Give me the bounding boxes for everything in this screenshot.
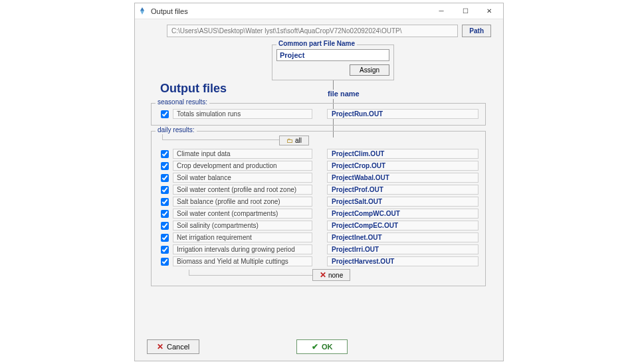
check-icon: ✔ — [312, 342, 318, 351]
path-button[interactable]: Path — [462, 25, 491, 37]
daily-row: Net irrigation requirementProjectInet.OU… — [157, 232, 480, 243]
close-button[interactable]: ✕ — [478, 4, 500, 19]
daily-checkbox[interactable] — [161, 210, 169, 218]
select-none-button[interactable]: ✕ none — [312, 269, 350, 281]
daily-checkbox[interactable] — [161, 258, 169, 266]
assign-button[interactable]: Assign — [350, 64, 389, 76]
cancel-button[interactable]: ✕ Cancel — [147, 339, 199, 354]
daily-row: Soil salinity (compartments)ProjectCompE… — [157, 220, 480, 231]
daily-label: Net irrigation requirement — [173, 232, 312, 242]
daily-row: Biomass and Yield at Multiple cuttingsPr… — [157, 256, 480, 267]
select-all-button[interactable]: 🗀 all — [279, 136, 309, 145]
daily-label: Crop development and production — [173, 161, 312, 171]
daily-row: Soil water content (profile and root zon… — [157, 184, 480, 195]
common-part-legend: Common part File Name — [276, 40, 357, 47]
ok-button[interactable]: ✔ OK — [296, 339, 348, 354]
daily-label: Salt balance (profile and root zone) — [173, 197, 312, 207]
seasonal-checkbox[interactable] — [161, 110, 169, 118]
daily-file: ProjectWabal.OUT — [327, 173, 478, 183]
seasonal-legend: seasonal results: — [156, 98, 209, 106]
x-icon: ✕ — [320, 270, 326, 280]
x-icon: ✕ — [157, 342, 163, 351]
daily-checkbox[interactable] — [161, 174, 169, 182]
page-heading: Output files — [160, 82, 227, 96]
window-title: Output files — [151, 7, 430, 15]
daily-checkbox[interactable] — [161, 150, 169, 158]
daily-row: Salt balance (profile and root zone)Proj… — [157, 196, 480, 207]
daily-file: ProjectInet.OUT — [327, 232, 478, 242]
common-part-input[interactable] — [276, 49, 389, 61]
daily-label: Soil salinity (compartments) — [173, 221, 312, 230]
app-icon — [138, 7, 147, 16]
daily-file: ProjectProf.OUT — [327, 185, 478, 195]
daily-label: Soil water balance — [173, 173, 312, 183]
minimize-button[interactable]: ─ — [430, 4, 453, 19]
daily-row: Soil water balanceProjectWabal.OUT — [157, 172, 480, 183]
daily-file: ProjectCrop.OUT — [327, 161, 478, 171]
folder-icon: 🗀 — [286, 137, 293, 144]
titlebar: Output files ─ ☐ ✕ — [135, 3, 503, 19]
common-part-group: Common part File Name Assign — [272, 45, 394, 80]
daily-file: ProjectIrri.OUT — [327, 244, 478, 254]
daily-row: Crop development and productionProjectCr… — [157, 160, 480, 171]
daily-file: ProjectCompWC.OUT — [327, 209, 478, 219]
daily-file: ProjectHarvest.OUT — [327, 256, 478, 266]
daily-checkbox[interactable] — [161, 186, 169, 194]
seasonal-results-group: seasonal results: Totals simulation runs… — [151, 103, 486, 126]
daily-file: ProjectClim.OUT — [327, 149, 478, 159]
daily-checkbox[interactable] — [161, 198, 169, 206]
filename-header: file name — [328, 90, 360, 98]
daily-label: Soil water content (profile and root zon… — [173, 185, 312, 195]
daily-label: Soil water content (compartments) — [173, 209, 312, 219]
daily-row: Climate input dataProjectClim.OUT — [157, 148, 480, 159]
daily-checkbox[interactable] — [161, 246, 169, 254]
maximize-button[interactable]: ☐ — [454, 4, 477, 19]
seasonal-file: ProjectRun.OUT — [327, 109, 478, 119]
output-files-dialog: Output files ─ ☐ ✕ C:\Users\ASUS\Desktop… — [134, 3, 504, 361]
cancel-label: Cancel — [167, 343, 189, 351]
daily-row: Irrigation intervals during growing peri… — [157, 244, 480, 255]
daily-file: ProjectCompEC.OUT — [327, 221, 478, 230]
daily-label: Climate input data — [173, 149, 312, 159]
dialog-content: C:\Users\ASUS\Desktop\Water lyst\1st\sof… — [135, 19, 503, 361]
daily-label: Biomass and Yield at Multiple cuttings — [173, 256, 312, 266]
none-button-label: none — [328, 272, 343, 279]
ok-label: OK — [322, 343, 333, 351]
seasonal-label: Totals simulation runs — [173, 109, 312, 119]
daily-checkbox[interactable] — [161, 162, 169, 170]
daily-checkbox[interactable] — [161, 234, 169, 242]
path-display: C:\Users\ASUS\Desktop\Water lyst\1st\sof… — [167, 25, 458, 37]
daily-file: ProjectSalt.OUT — [327, 197, 478, 207]
all-button-label: all — [295, 137, 302, 144]
daily-label: Irrigation intervals during growing peri… — [173, 244, 312, 254]
daily-legend: daily results: — [156, 126, 197, 134]
daily-checkbox[interactable] — [161, 222, 169, 230]
daily-row: Soil water content (compartments)Project… — [157, 208, 480, 219]
seasonal-row: Totals simulation runs ProjectRun.OUT — [157, 108, 480, 120]
daily-results-group: daily results: 🗀 all Climate input dataP… — [151, 131, 486, 286]
